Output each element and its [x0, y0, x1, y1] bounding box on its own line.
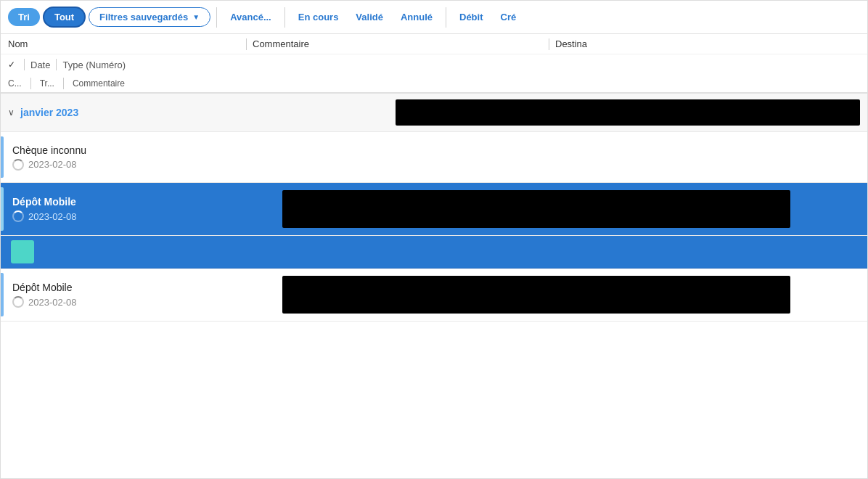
- loading-spinner: [12, 296, 24, 308]
- col-type: Type (Numéro): [62, 60, 126, 70]
- app-container: Tri Tout Filtres sauvegardés ▼ Avancé...…: [0, 0, 868, 479]
- month-chevron-icon[interactable]: ∨: [8, 107, 15, 118]
- transaction-date-row: 2023-02-08: [12, 210, 274, 222]
- loading-spinner: [12, 210, 24, 222]
- col-row-3: C... Tr... Commentaire: [1, 75, 867, 93]
- column-headers: Nom Commentaire Destina ✓ Date Type (Num…: [1, 34, 867, 94]
- table-row[interactable]: Dépôt Mobile 2023-02-08: [1, 183, 867, 236]
- separator-3: [446, 7, 446, 28]
- transaction-content: Chèque inconnu 2023-02-08: [4, 132, 867, 182]
- transaction-info: Dépôt Mobile 2023-02-08: [12, 282, 274, 308]
- debit-button[interactable]: Débit: [452, 8, 491, 26]
- col-sep-5: [30, 78, 31, 89]
- col-commentaire: Commentaire: [253, 38, 543, 49]
- annule-button[interactable]: Annulé: [393, 8, 440, 26]
- transaction-data-block: [282, 276, 790, 314]
- month-group-header[interactable]: ∨ janvier 2023: [1, 94, 867, 132]
- transaction-date: 2023-02-08: [28, 297, 77, 308]
- toolbar: Tri Tout Filtres sauvegardés ▼ Avancé...…: [1, 1, 867, 34]
- transaction-date: 2023-02-08: [28, 211, 77, 222]
- valide-button[interactable]: Validé: [348, 8, 390, 26]
- col-sep-3: [24, 59, 25, 70]
- col-sep-2: [549, 38, 549, 50]
- month-label: janvier 2023: [20, 107, 78, 118]
- tri-button[interactable]: Tri: [8, 8, 40, 26]
- transaction-content: Dépôt Mobile 2023-02-08: [4, 269, 867, 321]
- filtres-label: Filtres sauvegardés: [99, 12, 188, 22]
- transaction-name: Dépôt Mobile: [12, 196, 274, 208]
- separator-1: [216, 7, 217, 28]
- col-date: Date: [30, 60, 50, 70]
- separator-2: [284, 7, 285, 28]
- selected-extra-row[interactable]: [1, 236, 867, 269]
- transaction-content: Dépôt Mobile 2023-02-08: [4, 183, 867, 235]
- col-sep-6: [63, 78, 64, 89]
- loading-spinner: [12, 159, 24, 171]
- col-row-1: Nom Commentaire Destina: [1, 34, 867, 54]
- col-destination: Destina: [555, 38, 860, 49]
- table-row[interactable]: Dépôt Mobile 2023-02-08: [1, 269, 867, 322]
- en-cours-button[interactable]: En cours: [291, 8, 346, 26]
- avance-button[interactable]: Avancé...: [223, 8, 279, 26]
- tout-button[interactable]: Tout: [43, 7, 86, 28]
- transaction-date-row: 2023-02-08: [12, 159, 274, 171]
- transaction-info: Dépôt Mobile 2023-02-08: [12, 196, 274, 222]
- col-nom: Nom: [8, 38, 240, 49]
- col-sep-1: [246, 38, 247, 50]
- chevron-down-icon: ▼: [192, 13, 200, 21]
- cre-button[interactable]: Cré: [494, 8, 524, 26]
- checkmark-icon: ✓: [8, 60, 15, 70]
- transaction-info: Chèque inconnu 2023-02-08: [12, 144, 274, 171]
- teal-square: [11, 240, 34, 263]
- transaction-date-row: 2023-02-08: [12, 296, 274, 308]
- col-sep-4: [56, 59, 57, 70]
- transaction-name: Chèque inconnu: [12, 144, 274, 156]
- col-commentaire-sub: Commentaire: [73, 78, 125, 89]
- transaction-name: Dépôt Mobile: [12, 282, 274, 293]
- table-row[interactable]: Chèque inconnu 2023-02-08: [1, 132, 867, 183]
- col-tr-abbr: Tr...: [40, 78, 54, 89]
- transaction-date: 2023-02-08: [28, 159, 77, 170]
- transactions-list: Chèque inconnu 2023-02-08 Dépôt Mobile 2…: [1, 132, 867, 478]
- col-c-abbr: C...: [8, 78, 22, 89]
- col-row-2: ✓ Date Type (Numéro): [1, 54, 867, 75]
- transaction-data-block: [282, 190, 790, 228]
- filtres-sauvegardes-button[interactable]: Filtres sauvegardés ▼: [89, 7, 210, 27]
- month-black-block: [396, 99, 860, 126]
